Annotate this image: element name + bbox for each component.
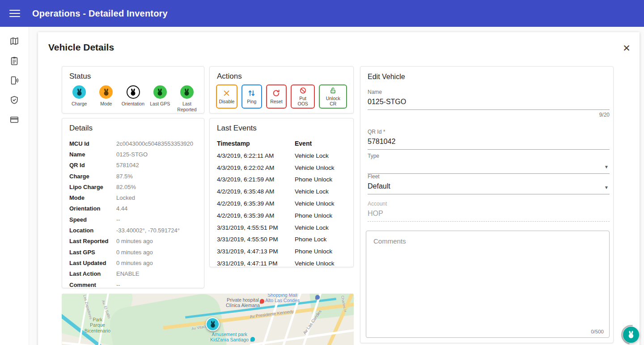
details-panel: Details MCU Id2c0043000c50483553353920 N… [62,118,204,288]
orientation-status-icon [127,85,140,99]
detail-row: Location-33.40002°, -70.591724° [69,225,197,236]
sidebar [0,27,29,345]
account-input [368,207,610,222]
mode-status-icon [99,85,113,99]
status-last-reported: Last Reported [174,85,199,113]
name-input[interactable] [368,95,610,110]
block-icon [299,87,307,94]
last-reported-status-icon [180,85,194,99]
events-header-row: TimestampEvent [217,137,346,150]
reset-button[interactable]: Reset [266,84,287,109]
edit-vehicle-panel: Edit Vehicle Name 9/20 QR Id * Type ▼ Fl… [360,66,614,343]
detail-row: MCU Id2c0043000c50483553353920 [69,138,197,149]
brand-rabbit-fab[interactable] [623,327,639,343]
last-gps-status-icon [153,85,167,99]
event-row: 4/2/2019, 6:35:39 AMPhone Unlock [217,210,346,222]
qr-id-input[interactable] [368,135,610,150]
status-mode: Mode [93,85,119,113]
status-orientation: Orientation [120,85,145,113]
status-panel: Status Charge Mode Orientation Last GPS … [62,66,204,114]
status-title: Status [69,72,197,81]
last-events-title: Last Events [217,124,346,133]
clipboard-icon[interactable] [4,51,24,71]
event-row: 4/2/2019, 6:35:39 AMVehicle Unlock [217,198,346,210]
x-icon [222,89,231,97]
last-events-panel: Last Events TimestampEvent 4/3/2019, 6:2… [209,118,354,267]
detail-row: Last Updated0 minutes ago [69,257,197,268]
account-field: Account [368,201,610,222]
name-field: Name 9/20 [368,89,610,118]
event-row: 4/3/2019, 6:22:11 AMVehicle Lock [217,150,346,162]
event-row: 3/31/2019, 4:55:50 PMPhone Lock [217,234,346,246]
type-field: Type ▼ [368,153,610,174]
fleet-select[interactable] [368,180,610,194]
detail-row: Charge87.5% [69,171,197,181]
detail-row: QR Id5781042 [69,160,197,171]
event-row: 3/31/2019, 4:47:13 PMPhone Unlock [217,245,346,257]
map[interactable]: Shopping MallAlto Las Condes Private hos… [62,294,354,345]
detail-row: Name0125-STGO [69,149,197,160]
arrows-up-down-icon [247,89,256,97]
mall-poi-icon [315,295,320,299]
qr-id-field: QR Id * [368,129,610,150]
comments-field: 0/500 [366,231,610,338]
event-row: 3/31/2019, 4:55:51 PMVehicle Lock [217,222,346,234]
hospital-poi-icon [260,299,264,303]
chevron-down-icon[interactable]: ▼ [604,185,609,190]
detail-row: Orientation4.44 [69,203,197,214]
app-header: Operations - Detailed Inventory [0,0,644,27]
detail-row: Last ActionENABLE [69,269,197,279]
detail-row: Lipo Charge82.05% [69,181,197,192]
card-icon[interactable] [4,110,24,130]
vehicle-map-marker[interactable] [206,317,220,331]
charge-status-icon [72,85,86,99]
map-label-park: ParkParqueBicentenario [80,317,115,333]
close-icon[interactable]: ✕ [620,42,633,55]
put-oos-button[interactable]: Put OOS [291,84,315,109]
detail-row: Last Reported0 minutes ago [69,236,197,247]
comments-counter: 0/500 [591,329,604,334]
type-select[interactable] [368,159,610,174]
phone-ring-icon[interactable] [4,71,24,90]
event-row: 4/2/2019, 6:35:48 AMVehicle Lock [217,185,346,198]
map-icon[interactable] [4,31,24,51]
event-row: 4/3/2019, 6:22:02 AMVehicle Unlock [217,162,346,174]
unlock-icon [329,87,337,94]
comments-textarea[interactable] [366,231,609,325]
event-row: 4/3/2019, 6:21:59 AMPhone Unlock [217,174,346,186]
status-last-gps: Last GPS [148,85,173,113]
shield-icon[interactable] [4,90,24,110]
detail-row: ModeLocked [69,192,197,203]
unlock-cr-button[interactable]: Unlock CR [319,84,347,109]
edit-vehicle-title: Edit Vehicle [368,73,606,81]
detail-row: Comment-- [69,279,197,290]
fleet-field: Fleet ▼ [368,173,610,194]
amusement-poi-icon [250,337,255,341]
event-row: 3/31/2019, 4:47:11 PMVehicle Unlock [217,257,346,269]
name-counter: 9/20 [368,112,610,118]
details-title: Details [69,124,197,133]
refresh-icon [272,89,280,97]
ping-button[interactable]: Ping [242,84,262,109]
disable-button[interactable]: Disable [216,84,237,109]
detail-row: Last GPS0 minutes ago [69,247,197,257]
status-charge: Charge [67,85,92,113]
detail-row: Speed-- [69,214,197,225]
menu-icon[interactable] [9,10,20,17]
chevron-down-icon[interactable]: ▼ [604,164,609,169]
actions-title: Actions [217,72,346,81]
vehicle-details-dialog: Vehicle Details ✕ Status Charge Mode Ori… [38,32,640,345]
header-title: Operations - Detailed Inventory [32,8,168,19]
page-title: Vehicle Details [48,42,114,53]
actions-panel: Actions Disable Ping Reset Put OOS Unloc… [209,66,354,114]
